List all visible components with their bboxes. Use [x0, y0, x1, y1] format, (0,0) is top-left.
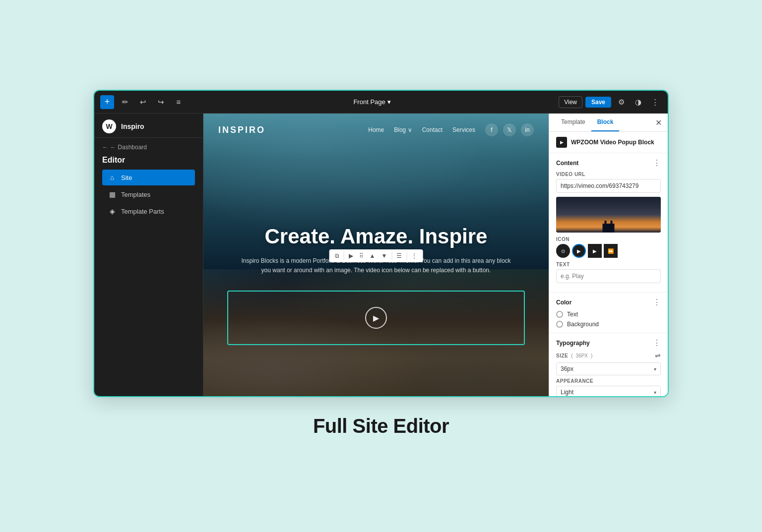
video-block-button[interactable]: ▶	[346, 251, 356, 261]
edit-tool-button[interactable]: ✏	[118, 95, 132, 109]
view-button[interactable]: View	[559, 96, 582, 108]
block-icon: ▶	[556, 137, 567, 148]
nav-contact[interactable]: Contact	[422, 126, 443, 133]
list-view-button[interactable]: ≡	[172, 95, 186, 109]
template-parts-icon: ◈	[108, 207, 116, 215]
color-background-radio[interactable]	[556, 321, 563, 328]
color-background-label: Background	[567, 321, 599, 328]
sidebar-item-site[interactable]: ⌂ Site	[102, 170, 195, 185]
content-section: Content ⋮ VIDEO URL ICON ⊙ ▶ ▶ ⏩	[549, 153, 668, 293]
settings-button[interactable]: ⚙	[614, 95, 628, 109]
drag-handle-button[interactable]: ⠿	[357, 251, 366, 261]
sidebar-item-template-parts[interactable]: ◈ Template Parts	[102, 203, 195, 219]
toolbar-divider	[344, 251, 344, 260]
move-up-button[interactable]: ▲	[367, 251, 378, 261]
size-badge: (	[571, 353, 572, 358]
color-section: Color ⋮ Text Background	[549, 293, 668, 333]
more-options-button[interactable]: ⋮	[648, 95, 662, 109]
brand-name: Inspiro	[121, 122, 144, 130]
site-preview: INSPIRO Home Blog ∨ Contact Services f 𝕏…	[203, 114, 549, 396]
color-section-header: Color ⋮	[556, 297, 661, 307]
icon-option-circle-play[interactable]: ⊙	[556, 244, 570, 258]
panel-close-button[interactable]: ✕	[655, 118, 662, 127]
icon-option-solid-play[interactable]: ▶	[588, 244, 602, 258]
site-logo: INSPIRO	[218, 125, 368, 135]
canvas: INSPIRO Home Blog ∨ Contact Services f 𝕏…	[203, 114, 549, 396]
save-button[interactable]: Save	[585, 97, 611, 108]
toolbar-center: Front Page ▾	[190, 98, 555, 106]
sidebar-section: ← ← Dashboard Editor ⌂ Site ▦ Templates …	[94, 138, 203, 222]
icon-option-circle-arrow[interactable]: ▶	[572, 244, 586, 258]
content-section-header: Content ⋮	[556, 158, 661, 168]
contrast-button[interactable]: ◑	[631, 95, 645, 109]
template-tab[interactable]: Template	[555, 114, 591, 131]
size-row: SIZE ( 36PX ) ⇌	[556, 352, 661, 359]
right-panel: Template Block ✕ ▶ WPZOOM Video Popup Bl…	[549, 114, 668, 396]
editor-label: Editor	[102, 156, 195, 165]
appearance-select[interactable]: Light ▾	[556, 386, 661, 396]
icon-options: ⊙ ▶ ▶ ⏩	[556, 244, 661, 258]
video-url-input[interactable]	[556, 179, 661, 193]
block-name-label: WPZOOM Video Popup Block	[571, 139, 654, 146]
sidebar: W Inspiro ← ← Dashboard Editor ⌂ Site ▦ …	[94, 114, 203, 396]
twitter-icon[interactable]: 𝕏	[503, 123, 516, 136]
sidebar-item-template-parts-label: Template Parts	[121, 208, 164, 215]
linkedin-icon[interactable]: in	[521, 123, 534, 136]
duplicate-block-button[interactable]: ⧉	[332, 251, 342, 261]
typography-section: Typography ⋮ SIZE ( 36PX ) ⇌ 36px ▾ APPE…	[549, 333, 668, 396]
video-play-area[interactable]: ▶	[227, 291, 525, 345]
page-selector-button[interactable]: Front Page ▾	[353, 98, 390, 106]
toolbar-divider-2	[391, 251, 392, 260]
icon-option-fast-forward[interactable]: ⏩	[604, 244, 618, 258]
appearance-chevron-icon: ▾	[654, 390, 656, 395]
block-tab[interactable]: Block	[591, 114, 620, 131]
sidebar-item-templates[interactable]: ▦ Templates	[102, 186, 195, 202]
top-toolbar: + ✏ ↩ ↪ ≡ Front Page ▾ View Save ⚙ ◑ ⋮	[94, 91, 668, 114]
align-button[interactable]: ☰	[394, 251, 404, 261]
sidebar-item-site-label: Site	[121, 174, 132, 181]
wp-logo: W	[102, 119, 116, 133]
color-text-radio[interactable]	[556, 311, 563, 318]
nav-blog[interactable]: Blog ∨	[394, 126, 412, 133]
block-options-button[interactable]: ⋮	[409, 251, 420, 261]
size-label: SIZE	[556, 353, 568, 358]
color-more-button[interactable]: ⋮	[653, 297, 661, 307]
undo-button[interactable]: ↩	[136, 95, 150, 109]
size-select-field[interactable]: 36px ▾	[556, 362, 661, 375]
move-down-button[interactable]: ▼	[379, 251, 390, 261]
redo-button[interactable]: ↪	[154, 95, 168, 109]
panel-tabs: Template Block ✕	[549, 114, 668, 132]
main-layout: W Inspiro ← ← Dashboard Editor ⌂ Site ▦ …	[94, 114, 668, 396]
video-thumbnail	[556, 197, 661, 233]
content-more-button[interactable]: ⋮	[653, 158, 661, 168]
size-select-chevron-icon: ▾	[654, 366, 656, 372]
nav-services[interactable]: Services	[452, 126, 475, 133]
nav-home[interactable]: Home	[368, 126, 384, 133]
text-label: TEXT	[556, 262, 661, 267]
back-link[interactable]: ← ← Dashboard	[102, 144, 195, 151]
add-block-button[interactable]: +	[100, 95, 114, 109]
home-icon: ⌂	[108, 174, 116, 181]
page-dropdown-icon: ▾	[387, 98, 391, 106]
size-value: 36PX	[576, 353, 588, 358]
back-label: ← Dashboard	[110, 144, 147, 151]
color-text-label: Text	[567, 311, 578, 318]
typography-more-button[interactable]: ⋮	[653, 338, 661, 348]
size-tune-button[interactable]: ⇌	[655, 352, 661, 359]
back-arrow-icon: ←	[102, 144, 108, 151]
block-toolbar: ⧉ ▶ ⠿ ▲ ▼ ☰ ⋮	[329, 249, 423, 262]
caption-text: Full Site Editor	[313, 415, 449, 437]
facebook-icon[interactable]: f	[485, 123, 498, 136]
text-input[interactable]	[556, 269, 661, 283]
panel-block-header: ▶ WPZOOM Video Popup Block	[549, 132, 668, 153]
toolbar-right: View Save ⚙ ◑ ⋮	[559, 95, 662, 109]
icon-label: ICON	[556, 236, 661, 242]
content-section-title: Content	[556, 160, 578, 167]
play-button[interactable]: ▶	[365, 307, 387, 329]
size-badge-close: )	[591, 353, 592, 358]
toolbar-divider-3	[406, 251, 407, 260]
color-background-option[interactable]: Background	[556, 321, 661, 328]
hero-title: Create. Amaze. Inspire	[238, 225, 514, 248]
wp-logo-text: W	[106, 122, 112, 130]
color-text-option[interactable]: Text	[556, 311, 661, 318]
